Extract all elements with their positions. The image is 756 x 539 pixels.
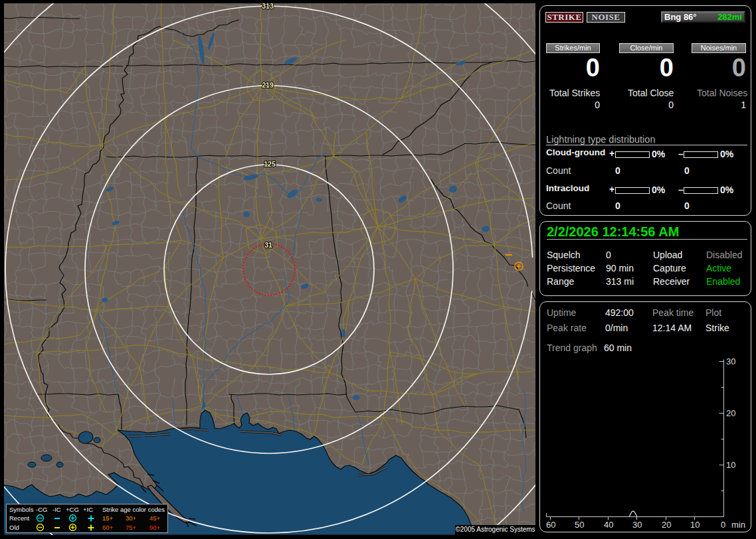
svg-text:219: 219 [262, 81, 274, 89]
svg-text:0: 0 [721, 520, 725, 530]
svg-text:10: 10 [726, 460, 735, 470]
svg-text:31: 31 [264, 241, 272, 249]
svg-text:50: 50 [575, 520, 584, 530]
svg-text:20: 20 [726, 408, 735, 418]
svg-text:60: 60 [546, 520, 555, 530]
svg-text:313: 313 [262, 3, 274, 10]
svg-text:30: 30 [726, 356, 735, 366]
svg-text:125: 125 [264, 160, 276, 168]
svg-text:10: 10 [690, 520, 700, 530]
svg-text:40: 40 [604, 520, 613, 530]
svg-text:20: 20 [662, 520, 671, 530]
svg-text:min: min [731, 520, 745, 530]
svg-text:30: 30 [632, 520, 642, 530]
